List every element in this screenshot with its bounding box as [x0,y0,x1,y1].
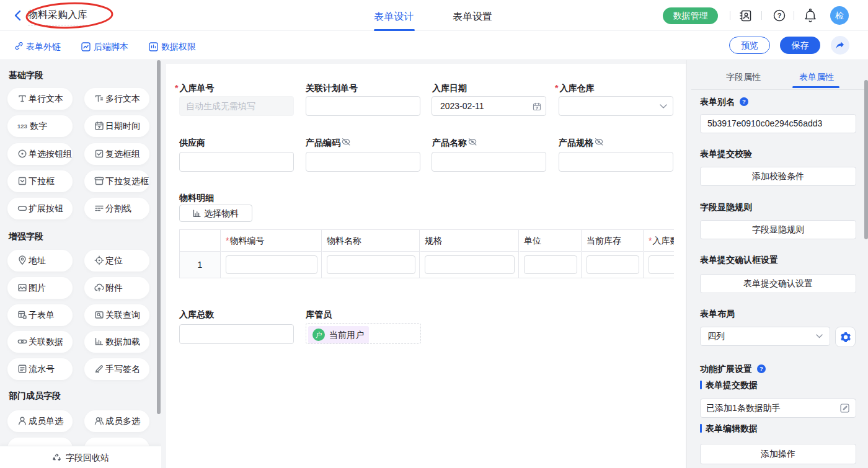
svg-text:123: 123 [17,123,27,130]
svg-text:?: ? [742,98,746,105]
svg-text:户: 户 [316,331,322,338]
svg-text:?: ? [777,12,782,19]
svg-text:?: ? [760,365,763,372]
